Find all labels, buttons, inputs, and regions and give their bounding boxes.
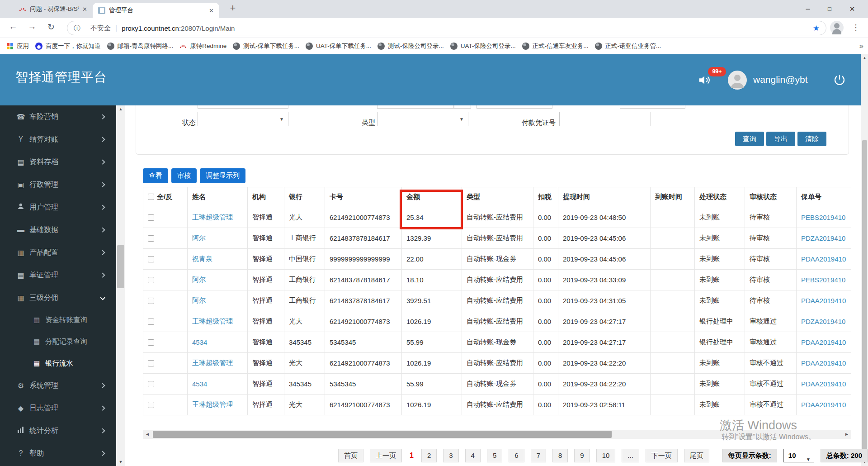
cell-policy-no[interactable]: PDAA2019410 [797, 332, 852, 353]
sidebar-item-三级分佣[interactable]: ▦三级分佣 [0, 286, 116, 309]
pager-page-3[interactable]: 3 [443, 449, 458, 462]
sidebar-item-资料存档[interactable]: ▤资料存档 [0, 151, 116, 173]
bookmark-item[interactable]: 正式-信通车友业务... [522, 42, 589, 50]
forward-icon[interactable]: → [25, 22, 39, 32]
cutoff-input[interactable] [198, 105, 288, 109]
notification-badge[interactable]: 99+ [708, 67, 726, 76]
close-icon[interactable]: ✕ [209, 7, 214, 14]
bookmark-item[interactable]: UAT-保单下载任务... [306, 42, 371, 50]
page-scrollbar[interactable]: ▲ ▼ [861, 54, 868, 466]
status-select[interactable]: ▼ [198, 112, 288, 126]
bookmarks-overflow-icon[interactable]: » [859, 42, 863, 51]
row-checkbox[interactable] [148, 402, 154, 408]
scrollbar-thumb[interactable] [153, 431, 612, 438]
scroll-down-icon[interactable]: ▼ [116, 458, 125, 466]
policy-link[interactable]: PDAA2019410 [801, 401, 846, 409]
policy-link[interactable]: PDZA2019410 [801, 234, 845, 242]
cell-policy-no[interactable]: PDAA2019410 [797, 395, 852, 415]
profile-avatar[interactable] [830, 21, 844, 34]
name-link[interactable]: 4534 [192, 380, 207, 388]
cell-name[interactable]: 王琳超级管理 [188, 207, 248, 228]
bookmark-item[interactable]: UAT-保险公司登录... [450, 42, 516, 50]
pager-last[interactable]: 尾页 [684, 449, 709, 462]
pager-page-7[interactable]: 7 [531, 449, 546, 462]
sidebar-scrollbar[interactable]: ▲ ▼ [116, 105, 125, 466]
row-checkbox[interactable] [148, 360, 154, 366]
sidebar-subitem-分配记录查询[interactable]: ▦分配记录查询 [0, 331, 116, 352]
name-link[interactable]: 阿尔 [192, 296, 206, 304]
cell-policy-no[interactable]: PDAA2019410 [797, 374, 852, 395]
pager-next[interactable]: 下一页 [646, 449, 678, 462]
toolbar-button-调整显示列[interactable]: 调整显示列 [200, 168, 245, 183]
pager-current-page[interactable]: 1 [408, 452, 415, 460]
cell-name[interactable]: 4534 [188, 332, 248, 353]
cell-name[interactable]: 王琳超级管理 [188, 311, 248, 332]
cell-policy-no[interactable]: PEBS2019410 [797, 270, 852, 290]
row-checkbox[interactable] [148, 298, 154, 304]
row-checkbox[interactable] [148, 235, 154, 242]
bookmark-item[interactable]: 测试-保单下载任务... [233, 42, 299, 50]
cutoff-input[interactable] [620, 105, 685, 109]
pager-page-8[interactable]: 8 [552, 449, 568, 462]
row-checkbox[interactable] [148, 381, 154, 387]
scrollbar-thumb[interactable] [117, 245, 124, 288]
bookmark-star-icon[interactable]: ★ [813, 24, 820, 33]
logout-power-icon[interactable] [833, 73, 846, 89]
filter-button-导出[interactable]: 导出 [766, 132, 795, 146]
scroll-left-icon[interactable]: ◄ [143, 430, 152, 439]
policy-link[interactable]: PDAA2019410 [801, 297, 846, 304]
browser-menu-icon[interactable]: ⋮ [852, 23, 860, 33]
cell-name[interactable]: 阿尔 [188, 270, 248, 290]
row-checkbox[interactable] [148, 214, 154, 221]
avatar[interactable] [728, 71, 747, 91]
cell-name[interactable]: 王琳超级管理 [188, 353, 248, 374]
name-link[interactable]: 祝青泉 [192, 255, 212, 262]
policy-link[interactable]: PDZA2019410 [801, 318, 845, 325]
maximize-button[interactable]: □ [819, 0, 840, 18]
toolbar-button-审核[interactable]: 审核 [171, 168, 197, 183]
scroll-up-icon[interactable]: ▲ [861, 54, 868, 62]
cutoff-button[interactable] [454, 105, 471, 109]
cell-name[interactable]: 阿尔 [188, 290, 248, 311]
sidebar-item-车险营销[interactable]: ☎车险营销 [0, 105, 116, 128]
sidebar-item-单证管理[interactable]: ▤单证管理 [0, 264, 116, 286]
window-close-button[interactable]: ✕ [842, 0, 863, 18]
cutoff-input[interactable] [377, 105, 454, 109]
policy-link[interactable]: PDAA2019410 [801, 380, 846, 388]
name-link[interactable]: 阿尔 [192, 276, 206, 283]
bookmark-item[interactable]: 康特Redmine [179, 42, 226, 50]
info-icon[interactable]: ⓘ [74, 24, 80, 33]
name-link[interactable]: 4534 [192, 338, 207, 346]
scrollbar-thumb[interactable] [862, 140, 867, 457]
policy-link[interactable]: PEBS2019410 [801, 276, 845, 284]
pager-page-10[interactable]: 10 [596, 449, 616, 462]
bookmark-item[interactable]: 百度一下，你就知道 [35, 42, 101, 50]
minimize-button[interactable]: ─ [797, 0, 818, 18]
pager-prev[interactable]: 上一页 [370, 449, 402, 462]
row-checkbox[interactable] [148, 256, 154, 262]
name-link[interactable]: 王琳超级管理 [192, 400, 233, 408]
sidebar-item-基础数据[interactable]: ▬基础数据 [0, 219, 116, 241]
policy-link[interactable]: PDAA2019410 [801, 359, 846, 367]
cell-policy-no[interactable]: PDZA2019410 [797, 311, 852, 332]
name-link[interactable]: 王琳超级管理 [192, 317, 233, 325]
cutoff-input[interactable] [476, 105, 552, 109]
type-select[interactable]: ▼ [377, 112, 468, 126]
cell-policy-no[interactable]: PDAA2019410 [797, 249, 852, 270]
policy-link[interactable]: PEBS2019410 [801, 214, 845, 221]
sidebar-item-用户管理[interactable]: 用户管理 [0, 196, 116, 219]
bookmark-item[interactable]: 正式-诺亚信业务管... [595, 42, 661, 50]
address-bar[interactable]: ⓘ 不安全 | proxy1.countnet.cn :20807/Login/… [67, 21, 826, 35]
select-all-checkbox[interactable] [148, 194, 154, 200]
reload-icon[interactable]: ↻ [44, 22, 58, 32]
back-icon[interactable]: ← [6, 22, 20, 32]
bookmark-item[interactable]: 应用 [6, 42, 29, 50]
sidebar-item-行政管理[interactable]: ▣行政管理 [0, 173, 116, 196]
tab-redmine[interactable]: 问题 - 易保通-B/S管理系统 - Re... ✕ [14, 0, 93, 18]
pager-page-4[interactable]: 4 [465, 449, 481, 462]
per-page-select[interactable]: 10▼ [783, 449, 814, 462]
cell-policy-no[interactable]: PDAA2019410 [797, 353, 852, 374]
sidebar-item-统计分析[interactable]: 统计分析 [0, 419, 116, 442]
sidebar-item-结算对账[interactable]: ¥结算对账 [0, 128, 116, 151]
sidebar-item-日志管理[interactable]: ◆日志管理 [0, 397, 116, 419]
